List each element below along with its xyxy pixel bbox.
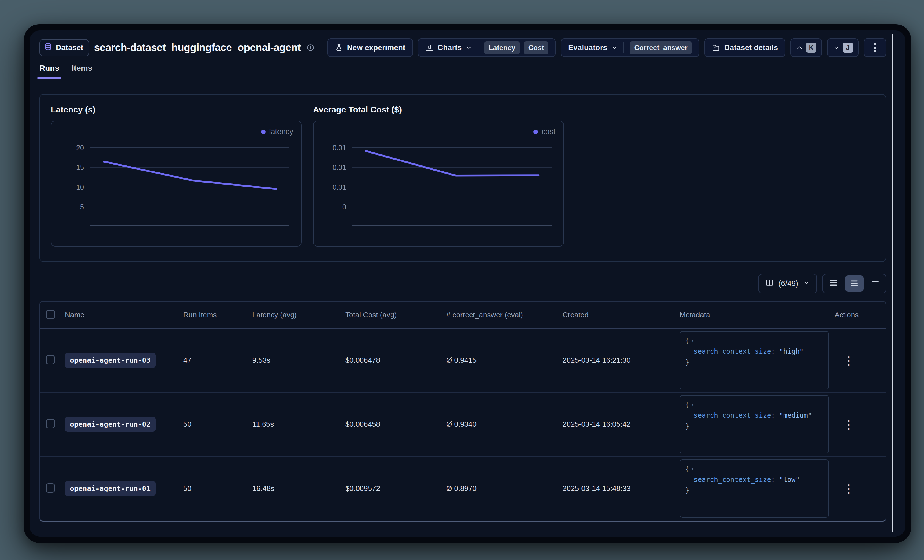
row-height-medium-button[interactable]: [845, 276, 864, 292]
svg-text:15: 15: [76, 163, 84, 171]
row-height-small-button[interactable]: [823, 274, 844, 293]
json-open-brace: {: [685, 337, 689, 345]
columns-icon: [765, 279, 774, 289]
latency-value: 11.65s: [252, 420, 345, 429]
row-checkbox[interactable]: [46, 355, 55, 364]
created-value: 2025-03-14 15:48:33: [562, 484, 680, 493]
row-height-toggle-group: [822, 274, 886, 293]
eval-score-value: Ø 0.8970: [446, 484, 562, 493]
cost-chart-block: Average Total Cost ($) cost 0.010.010.01…: [313, 105, 564, 251]
rows-medium-icon: [850, 279, 858, 288]
column-header-name[interactable]: Name: [65, 311, 183, 319]
column-header-run-items[interactable]: Run Items: [183, 311, 252, 319]
column-header-total-cost[interactable]: Total Cost (avg): [345, 311, 446, 319]
run-items-value: 47: [183, 356, 252, 365]
row-actions-kebab-icon[interactable]: ⋮: [839, 352, 858, 368]
keyboard-shortcut-k: K: [806, 43, 816, 53]
cost-chart-card: cost 0.010.010.010: [313, 121, 564, 247]
legend-label: cost: [542, 127, 555, 136]
table-header-row: Name Run Items Latency (avg) Total Cost …: [40, 302, 886, 329]
column-header-latency[interactable]: Latency (avg): [252, 311, 345, 319]
runs-table: Name Run Items Latency (avg) Total Cost …: [39, 301, 886, 522]
created-value: 2025-03-14 16:21:30: [562, 356, 680, 365]
latency-value: 16.48s: [252, 484, 345, 493]
column-header-created[interactable]: Created: [562, 311, 680, 319]
row-height-large-button[interactable]: [865, 274, 886, 293]
page: Dataset search-dataset_huggingface_opena…: [30, 38, 905, 543]
keyboard-shortcut-j: J: [843, 43, 853, 53]
json-close-brace: }: [685, 487, 689, 494]
metadata-json-box[interactable]: {▾ search_context_size: "high" }: [680, 331, 829, 389]
chevron-down-icon[interactable]: ▾: [691, 401, 694, 407]
json-open-brace: {: [685, 465, 689, 473]
latency-chart-block: Latency (s) latency 2015105: [51, 105, 302, 251]
svg-text:0.01: 0.01: [332, 144, 346, 152]
svg-text:0: 0: [342, 203, 346, 211]
header-bar: Dataset search-dataset_huggingface_opena…: [39, 38, 886, 57]
metadata-json-box[interactable]: {▾ search_context_size: "medium" }: [680, 395, 829, 454]
metadata-key: search_context_size:: [694, 412, 775, 419]
column-header-metadata[interactable]: Metadata: [680, 311, 835, 319]
column-header-correct-answer[interactable]: # correct_answer (eval): [446, 311, 562, 319]
dataset-details-button[interactable]: Dataset details: [704, 38, 785, 57]
eval-score-value: Ø 0.9415: [446, 356, 562, 365]
info-icon[interactable]: [306, 44, 314, 52]
table-row[interactable]: openai-agent-run-03 47 9.53s $0.006478 Ø…: [40, 329, 886, 392]
metadata-value: "medium": [779, 412, 812, 419]
divider: [623, 42, 624, 53]
chevron-down-icon: [465, 44, 472, 51]
svg-text:0.01: 0.01: [332, 163, 346, 171]
tabs-bar: Runs Items: [30, 64, 905, 78]
dataset-badge-label: Dataset: [56, 43, 84, 52]
evaluator-badge-correct-answer[interactable]: Correct_answer: [630, 42, 692, 54]
app-window: Dataset search-dataset_huggingface_opena…: [24, 24, 911, 543]
kebab-icon: ⋮: [869, 42, 880, 53]
folder-icon: [712, 43, 720, 52]
run-name-badge[interactable]: openai-agent-run-02: [65, 417, 156, 432]
json-open-brace: {: [685, 401, 689, 409]
database-icon: [44, 43, 52, 53]
metadata-value: "high": [779, 347, 804, 355]
legend-label: latency: [269, 127, 293, 136]
row-checkbox[interactable]: [46, 483, 55, 493]
next-run-button[interactable]: J: [827, 38, 859, 57]
charts-panel: Latency (s) latency 2015105 Average Tota…: [39, 94, 886, 262]
column-count-label: (6/49): [778, 279, 798, 288]
table-row[interactable]: openai-agent-run-01 50 16.48s $0.009572 …: [40, 457, 886, 521]
chart-badge-latency[interactable]: Latency: [484, 42, 520, 54]
new-experiment-button[interactable]: New experiment: [327, 38, 413, 57]
rows-dense-icon: [830, 279, 837, 288]
chevron-down-icon[interactable]: ▾: [691, 466, 694, 472]
latency-chart-plot: 2015105: [56, 125, 297, 241]
more-actions-button[interactable]: ⋮: [864, 38, 886, 57]
previous-run-button[interactable]: K: [790, 38, 822, 57]
row-checkbox[interactable]: [46, 419, 55, 428]
metadata-json-box[interactable]: {▾ search_context_size: "low" }: [680, 460, 829, 518]
chart-badge-cost[interactable]: Cost: [524, 42, 549, 54]
legend-dot: [534, 130, 538, 134]
chevron-down-icon[interactable]: ▾: [691, 337, 694, 343]
row-actions-kebab-icon[interactable]: ⋮: [839, 416, 858, 433]
charts-menu-button[interactable]: Charts Latency Cost: [418, 38, 556, 57]
svg-text:20: 20: [76, 144, 84, 152]
run-name-badge[interactable]: openai-agent-run-01: [65, 481, 156, 496]
total-cost-value: $0.006478: [345, 356, 446, 365]
bar-chart-icon: [425, 43, 434, 52]
evaluators-menu-button[interactable]: Evaluators Correct_answer: [561, 38, 699, 57]
dataset-badge: Dataset: [39, 39, 89, 56]
column-visibility-selector[interactable]: (6/49): [759, 274, 817, 293]
column-header-actions: Actions: [835, 311, 880, 319]
tab-runs[interactable]: Runs: [39, 64, 59, 78]
row-actions-kebab-icon[interactable]: ⋮: [839, 481, 858, 497]
tab-items[interactable]: Items: [72, 64, 92, 78]
eval-score-value: Ø 0.9340: [446, 420, 562, 429]
cost-chart-plot: 0.010.010.010: [318, 125, 560, 241]
run-items-value: 50: [183, 484, 252, 493]
vertical-scrollbar[interactable]: [892, 34, 893, 532]
table-row[interactable]: openai-agent-run-02 50 11.65s $0.006458 …: [40, 392, 886, 457]
run-name-badge[interactable]: openai-agent-run-03: [65, 353, 156, 368]
created-value: 2025-03-14 16:05:42: [562, 420, 680, 429]
rows-tall-icon: [871, 279, 879, 288]
select-all-checkbox[interactable]: [46, 310, 55, 319]
table-controls: (6/49): [39, 273, 886, 294]
